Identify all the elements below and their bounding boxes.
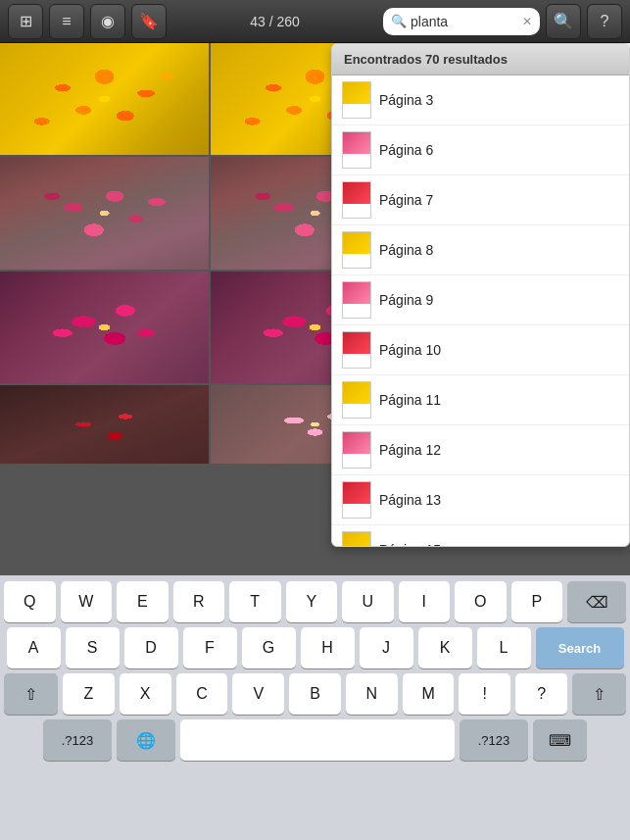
dropdown-result-item[interactable]: Página 3 (332, 75, 629, 125)
main-content: ▐ ▐ ▐ Encontr (0, 43, 630, 575)
globe-key[interactable]: 🌐 (117, 719, 175, 761)
list-view-button[interactable]: ≡ (49, 4, 84, 39)
dropdown-result-item[interactable]: Página 9 (332, 275, 629, 325)
key-r[interactable]: R (173, 581, 225, 622)
shift-key-right[interactable]: ⇧ (572, 673, 626, 715)
dropdown-result-item[interactable]: Página 7 (332, 175, 629, 225)
key-q[interactable]: Q (4, 581, 56, 622)
dropdown-header: Encontrados 70 resultados (332, 44, 629, 75)
key-x[interactable]: X (120, 673, 171, 715)
backspace-key[interactable]: ⌫ (567, 581, 626, 622)
bookmark-button[interactable]: 🔖 (131, 4, 167, 39)
dropdown-result-item[interactable]: Página 13 (332, 475, 629, 525)
key-d[interactable]: D (124, 627, 178, 668)
key-m[interactable]: M (403, 673, 455, 715)
key-t[interactable]: T (229, 581, 281, 622)
dropdown-result-item[interactable]: Página 12 (332, 425, 629, 475)
page-cell-7[interactable] (0, 272, 209, 383)
page-cell-10[interactable] (0, 385, 209, 464)
key-a[interactable]: A (7, 627, 61, 668)
key-p[interactable]: P (511, 581, 563, 622)
grid-view-button[interactable]: ⊞ (8, 4, 43, 39)
search-icon: 🔍 (391, 14, 407, 28)
key-b[interactable]: B (289, 673, 341, 715)
key-u[interactable]: U (342, 581, 394, 622)
key-g[interactable]: G (242, 627, 296, 668)
search-dropdown: Encontrados 70 resultados Página 3Página… (331, 43, 630, 547)
key-n[interactable]: N (346, 673, 398, 715)
search-input[interactable] (411, 14, 518, 29)
key-j[interactable]: J (360, 627, 413, 668)
keyboard-row-3: ⇧ Z X C V B N M ! ? ⇧ (4, 673, 626, 715)
key-question[interactable]: ? (515, 673, 567, 715)
toolbar-right: 🔍 ✕ 🔍 ? (383, 4, 622, 39)
key-v[interactable]: V (232, 673, 284, 715)
key-o[interactable]: O (455, 581, 507, 622)
dropdown-result-item[interactable]: Página 15 (332, 525, 629, 546)
key-exclaim[interactable]: ! (459, 673, 510, 715)
keyboard-row-1: Q W E R T Y U I O P ⌫ (4, 581, 626, 622)
key-k[interactable]: K (418, 627, 472, 668)
key-y[interactable]: Y (286, 581, 338, 622)
toolbar-left: ⊞ ≡ ◉ 🔖 (8, 4, 167, 39)
dropdown-result-item[interactable]: Página 8 (332, 225, 629, 275)
page-cell-1[interactable] (0, 43, 209, 155)
key-e[interactable]: E (117, 581, 169, 622)
keyboard: Q W E R T Y U I O P ⌫ A S D F G H J K L … (0, 575, 630, 840)
key-h[interactable]: H (301, 627, 355, 668)
key-i[interactable]: I (399, 581, 451, 622)
key-l[interactable]: L (477, 627, 531, 668)
dropdown-result-item[interactable]: Página 10 (332, 325, 629, 375)
search-button[interactable]: Search (536, 627, 624, 668)
key-z[interactable]: Z (63, 673, 115, 715)
key-c[interactable]: C (176, 673, 228, 715)
key-f[interactable]: F (183, 627, 237, 668)
zoom-button[interactable]: 🔍 (546, 4, 581, 39)
dropdown-result-item[interactable]: Página 6 (332, 125, 629, 175)
dropdown-list[interactable]: Página 3Página 6Página 7Página 8Página 9… (332, 75, 629, 546)
page-indicator: 43 / 260 (250, 14, 300, 29)
key-s[interactable]: S (66, 627, 120, 668)
eye-button[interactable]: ◉ (90, 4, 125, 39)
keyboard-row-4: .?123 🌐 .?123 ⌨ (4, 719, 626, 761)
num-key-right[interactable]: .?123 (460, 719, 528, 761)
space-key[interactable] (180, 719, 455, 761)
dropdown-result-item[interactable]: Página 11 (332, 375, 629, 425)
page-cell-4[interactable] (0, 157, 209, 269)
shift-key[interactable]: ⇧ (4, 673, 58, 715)
clear-search-button[interactable]: ✕ (522, 15, 532, 28)
num-key-left[interactable]: .?123 (43, 719, 112, 761)
keyboard-hide-key[interactable]: ⌨ (533, 719, 587, 761)
toolbar: ⊞ ≡ ◉ 🔖 43 / 260 🔍 ✕ 🔍 ? (0, 0, 630, 43)
search-bar[interactable]: 🔍 ✕ (383, 8, 540, 35)
keyboard-row-2: A S D F G H J K L Search (4, 627, 626, 668)
help-button[interactable]: ? (587, 4, 622, 39)
key-w[interactable]: W (61, 581, 113, 622)
